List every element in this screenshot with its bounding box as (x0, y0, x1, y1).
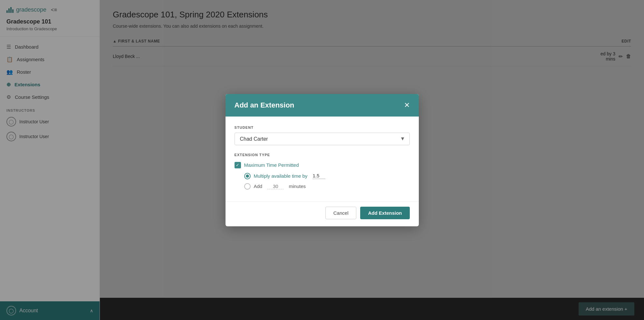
modal-header: Add an Extension ✕ (226, 94, 419, 117)
max-time-checkbox-row[interactable]: ✓ Maximum Time Permitted (235, 162, 410, 168)
multiply-value[interactable]: 1.5 (312, 173, 325, 179)
student-select-wrapper: Chad Carter ▼ (235, 133, 410, 145)
modal-body: STUDENT Chad Carter ▼ EXTENSION TYPE ✓ M… (226, 117, 419, 201)
add-radio-row[interactable]: Add minutes (244, 183, 410, 190)
add-extension-modal: Add an Extension ✕ STUDENT Chad Carter ▼… (226, 94, 419, 226)
modal-footer: Cancel Add Extension (226, 201, 419, 226)
multiply-radio-row[interactable]: Multiply available time by 1.5 (244, 173, 410, 179)
multiply-label: Multiply available time by 1.5 (254, 173, 326, 179)
multiply-radio[interactable] (244, 173, 251, 179)
multiply-radio-dot (246, 174, 249, 178)
radio-group: Multiply available time by 1.5 Add minut… (235, 173, 410, 190)
modal-close-button[interactable]: ✕ (404, 102, 410, 109)
extension-type-label: EXTENSION TYPE (235, 153, 410, 157)
cancel-button[interactable]: Cancel (325, 207, 357, 219)
max-time-label: Maximum Time Permitted (244, 162, 299, 168)
student-select[interactable]: Chad Carter (235, 133, 410, 145)
add-label: Add minutes (254, 184, 306, 189)
add-extension-button[interactable]: Add Extension (360, 207, 409, 219)
add-minutes-input[interactable] (267, 184, 284, 189)
modal-overlay: Add an Extension ✕ STUDENT Chad Carter ▼… (0, 0, 644, 320)
add-radio[interactable] (244, 183, 251, 190)
modal-title: Add an Extension (235, 101, 294, 109)
max-time-checkbox[interactable]: ✓ (235, 162, 241, 168)
student-field-label: STUDENT (235, 126, 410, 129)
